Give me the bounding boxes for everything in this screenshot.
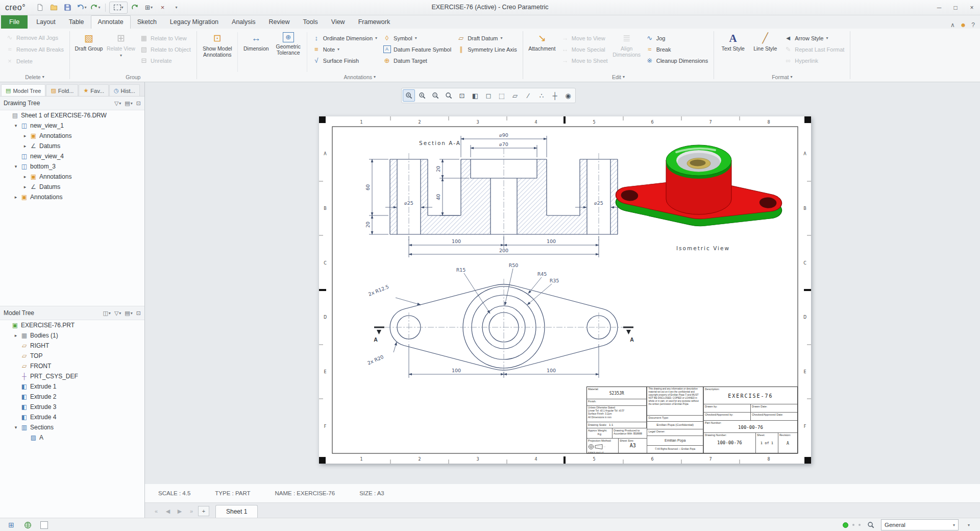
symmetry-line-axis-button[interactable]: ∥Symmetry Line Axis	[455, 44, 519, 55]
tab-analysis[interactable]: Analysis	[225, 16, 262, 29]
tab-review[interactable]: Review	[262, 16, 297, 29]
tab-table[interactable]: Table	[62, 16, 91, 29]
move-to-sheet-button[interactable]: →Move to Sheet	[559, 55, 610, 66]
datum-point-toggle[interactable]: ∴	[535, 89, 548, 102]
tab-history[interactable]: ◷Hist...	[109, 84, 140, 96]
show-model-annotations-button[interactable]: ⊡Show Model Annotations	[201, 31, 234, 59]
expand-arrow[interactable]: ▸	[22, 133, 28, 138]
relate-to-object-button[interactable]: ▧Relate to Object	[138, 44, 193, 55]
tree-item-datums[interactable]: ▸∠Datums	[0, 141, 144, 151]
note-button[interactable]: ≡Note▾	[310, 44, 379, 55]
tree-item-annotations[interactable]: ▸▣Annotations	[0, 172, 144, 182]
unrelate-button[interactable]: ⊟Unrelate	[138, 55, 193, 66]
group-label-edit[interactable]: Edit▾	[523, 72, 714, 82]
expand-arrow[interactable]: ▸	[13, 195, 18, 200]
help-button[interactable]: ?	[971, 21, 975, 29]
tab-annotate[interactable]: Annotate	[91, 15, 131, 29]
tree-item-section-a[interactable]: ▨A	[0, 432, 144, 443]
tree-item-datums[interactable]: ▸∠Datums	[0, 182, 144, 192]
datum-plane-toggle[interactable]: ▱	[509, 89, 521, 102]
tab-folder-browser[interactable]: ▨Fold...	[46, 84, 78, 96]
save-button[interactable]	[61, 2, 74, 13]
relate-view-button[interactable]: ⊞Relate View ▾	[106, 31, 136, 59]
tree-filter-button[interactable]: ▽▾	[114, 100, 121, 107]
refit-button[interactable]	[443, 89, 455, 102]
web-browser-button[interactable]	[21, 520, 34, 530]
previous-sheet-button[interactable]: ◀	[163, 506, 173, 516]
activate-window-button[interactable]: ⊞▾	[142, 2, 155, 13]
regenerate-button[interactable]	[129, 2, 141, 13]
csys-toggle[interactable]: ┼	[549, 89, 561, 102]
datum-feature-symbol-button[interactable]: ADatum Feature Symbol	[381, 44, 453, 55]
tree-item-new-view-4[interactable]: ◫new_view_4	[0, 151, 144, 161]
group-label-delete[interactable]: Delete▾	[0, 72, 69, 82]
new-sheet-button[interactable]: +	[198, 506, 209, 516]
filter-dropdown[interactable]: General▾	[881, 519, 959, 530]
tab-legacy-migration[interactable]: Legacy Migration	[163, 16, 225, 29]
text-style-button[interactable]: AText Style	[718, 31, 748, 53]
undo-button[interactable]: ▾	[75, 2, 88, 13]
notifications-button[interactable]	[38, 520, 50, 530]
graphics-area[interactable]: ⊡ ◧ ◻ ⬚ ▱ ∕ ∴ ┼ ◉	[145, 82, 980, 484]
arrow-style-button[interactable]: ◄Arrow Style▾	[782, 33, 846, 43]
tree-display-button[interactable]: ▤▾	[125, 100, 132, 107]
last-sheet-button[interactable]: »	[186, 506, 197, 516]
draft-datum-button[interactable]: ▱Draft Datum▾	[455, 33, 519, 43]
front-view-dimensions[interactable]: R15 R50 R45 R35 2x R12.5 2x R20 100 100	[366, 262, 599, 378]
section-view[interactable]: Section A-A ⌀90	[365, 132, 622, 257]
tab-file[interactable]: File	[1, 15, 28, 29]
repeat-last-format-button[interactable]: ✎Repeat Last Format	[782, 44, 846, 55]
hyperlink-button[interactable]: ∞Hyperlink	[782, 55, 846, 66]
jog-button[interactable]: ∿Jog	[644, 33, 710, 43]
break-button[interactable]: ≈Break	[644, 44, 710, 55]
close-window-button[interactable]: ×	[156, 2, 169, 13]
sheet-tab-1[interactable]: Sheet 1	[215, 505, 258, 518]
attachment-button[interactable]: ↘Attachment	[527, 31, 557, 53]
surface-finish-button[interactable]: √Surface Finish	[310, 55, 379, 66]
minimize-button[interactable]: ─	[931, 2, 947, 14]
group-label-annotations[interactable]: Annotations▾	[197, 72, 523, 82]
tree-settings-button[interactable]: ⊡	[136, 310, 141, 317]
tree-item-extrude-2[interactable]: ◧Extrude 2	[0, 392, 144, 402]
open-file-button[interactable]	[47, 2, 60, 13]
new-file-button[interactable]	[34, 2, 46, 13]
expand-arrow[interactable]: ▸	[22, 143, 28, 149]
tree-item-sections[interactable]: ▾▥Sections	[0, 422, 144, 432]
user-presence-icon[interactable]: ☻	[960, 21, 967, 29]
tab-model-tree[interactable]: ▤Model Tree	[1, 84, 45, 96]
zoom-out-button[interactable]	[429, 89, 442, 102]
next-sheet-button[interactable]: ▶	[175, 506, 185, 516]
spin-center-toggle[interactable]: ◉	[562, 89, 574, 102]
datum-axis-toggle[interactable]: ∕	[522, 89, 534, 102]
remove-all-jogs-button[interactable]: ∿Remove All Jogs	[4, 32, 60, 43]
tab-layout[interactable]: Layout	[30, 16, 62, 29]
tab-framework[interactable]: Framework	[352, 16, 397, 29]
group-label-format[interactable]: Format▾	[714, 72, 850, 82]
cleanup-dimensions-button[interactable]: ※Cleanup Dimensions	[644, 55, 710, 66]
quick-access-more-button[interactable]: ▾	[170, 2, 183, 13]
isometric-view-label[interactable]: Isometric View	[676, 245, 730, 251]
tree-item-top-plane[interactable]: ▱TOP	[0, 351, 144, 361]
remove-all-breaks-button[interactable]: ≈Remove All Breaks	[4, 44, 66, 55]
section-view-label[interactable]: Section A-A	[419, 140, 461, 146]
tab-view[interactable]: View	[325, 16, 352, 29]
tree-item-sheet1[interactable]: ▤Sheet 1 of EXERCISE-76.DRW	[0, 110, 144, 120]
move-special-button[interactable]: ↔Move Special	[559, 44, 610, 55]
search-model-button[interactable]	[865, 520, 877, 530]
dimension-button[interactable]: ↔Dimension	[241, 31, 272, 53]
move-to-view-button[interactable]: →Move to View	[559, 33, 610, 43]
expand-arrow[interactable]: ▾	[13, 164, 18, 169]
close-button[interactable]: ×	[964, 2, 980, 14]
expand-arrow[interactable]: ▾	[13, 123, 18, 128]
relate-to-view-button[interactable]: ▦Relate to View	[138, 33, 193, 43]
draft-group-button[interactable]: ▧Draft Group	[74, 31, 104, 53]
tree-item-annotations[interactable]: ▸▣Annotations	[0, 131, 144, 141]
geometric-tolerance-button[interactable]: ⊕Geometric Tolerance	[273, 31, 304, 57]
zoom-region-button[interactable]	[403, 89, 415, 102]
tree-item-bodies[interactable]: ▸▦Bodies (1)	[0, 330, 144, 341]
expand-arrow[interactable]: ▸	[22, 184, 28, 189]
tree-settings-button[interactable]: ⊡	[136, 100, 141, 107]
tab-favorites[interactable]: ★Fav...	[79, 84, 109, 96]
redo-button[interactable]: ▾	[89, 2, 102, 13]
tree-item-csys[interactable]: ┼PRT_CSYS_DEF	[0, 371, 144, 381]
